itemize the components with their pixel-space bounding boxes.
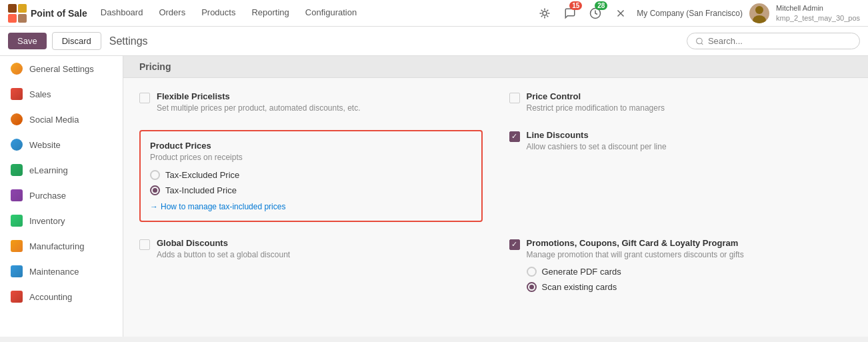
general-settings-icon	[11, 63, 23, 75]
sidebar-label-elearning: eLearning	[29, 165, 68, 175]
nav-dashboard[interactable]: Dashboard	[93, 0, 151, 27]
promotions-setting: Promotions, Coupons, Gift Card & Loyalty…	[509, 238, 853, 293]
product-prices-radio-group: Tax-Excluded Price Tax-Included Price	[150, 170, 472, 195]
user-login: kmp_2_test_may_30_pos	[776, 13, 860, 23]
price-control-setting: Price Control Restrict price modificatio…	[509, 91, 853, 114]
product-prices-desc: Product prices on receipts	[150, 152, 472, 163]
sidebar-label-website: Website	[29, 140, 61, 150]
toolbar: Save Discard Settings	[0, 27, 868, 56]
global-discounts-desc: Adds a button to set a global discount	[157, 249, 483, 261]
sidebar-item-elearning[interactable]: eLearning	[0, 157, 123, 183]
scan-existing-circle	[527, 282, 537, 292]
elearning-icon	[11, 164, 23, 176]
svg-point-4	[543, 11, 547, 15]
flexible-pricelists-checkbox[interactable]	[139, 93, 150, 103]
flexible-pricelists-setting: Flexible Pricelists Set multiple prices …	[139, 91, 483, 114]
tax-link[interactable]: How to manage tax-included prices	[150, 202, 472, 211]
product-prices-box: Product Prices Product prices on receipt…	[139, 130, 483, 222]
line-discounts-text: Line Discounts Allow cashiers to set a d…	[527, 130, 853, 153]
nav-reporting[interactable]: Reporting	[243, 0, 297, 27]
sidebar-label-manufacturing: Manufacturing	[29, 241, 84, 251]
nav-orders[interactable]: Orders	[151, 0, 193, 27]
main-layout: General Settings Sales Social Media Webs…	[0, 56, 868, 337]
inventory-icon	[11, 215, 23, 227]
svg-point-9	[753, 15, 766, 23]
search-icon	[695, 37, 704, 46]
sidebar-label-purchase: Purchase	[29, 191, 66, 201]
sidebar-item-social-media[interactable]: Social Media	[0, 107, 123, 132]
flexible-pricelists-text: Flexible Pricelists Set multiple prices …	[157, 91, 483, 114]
promotions-desc: Manage promotion that will grant custome…	[527, 249, 853, 261]
app-logo-text: Point of Sale	[31, 8, 87, 19]
flexible-pricelists-label: Flexible Pricelists	[157, 91, 483, 101]
svg-rect-1	[18, 4, 27, 13]
scan-existing-radio[interactable]: Scan existing cards	[527, 282, 853, 292]
svg-rect-2	[8, 14, 17, 23]
tax-excluded-label: Tax-Excluded Price	[165, 170, 239, 180]
line-discounts-setting: Line Discounts Allow cashiers to set a d…	[509, 130, 853, 222]
section-header: Pricing	[123, 56, 868, 78]
price-control-desc: Restrict price modification to managers	[527, 103, 853, 114]
flexible-pricelists-desc: Set multiple prices per product, automat…	[157, 103, 483, 114]
nav-configuration[interactable]: Configuration	[297, 0, 365, 27]
sales-icon	[11, 88, 23, 100]
save-button[interactable]: Save	[8, 33, 47, 49]
price-control-text: Price Control Restrict price modificatio…	[527, 91, 853, 114]
promotions-checkbox[interactable]	[509, 239, 520, 250]
promotions-label: Promotions, Coupons, Gift Card & Loyalty…	[527, 238, 853, 248]
accounting-icon	[11, 291, 23, 303]
website-icon	[11, 139, 23, 151]
tax-included-radio-circle	[150, 185, 160, 195]
sidebar-label-inventory: Inventory	[29, 216, 65, 226]
svg-rect-3	[18, 14, 27, 23]
user-avatar[interactable]	[749, 3, 769, 23]
line-discounts-label: Line Discounts	[527, 130, 853, 140]
purchase-icon	[11, 189, 23, 201]
manufacturing-icon	[11, 240, 23, 252]
generate-pdf-circle	[527, 267, 537, 277]
sidebar-label-sales: Sales	[29, 89, 51, 99]
sidebar-item-website[interactable]: Website	[0, 132, 123, 157]
sidebar-item-accounting[interactable]: Accounting	[0, 284, 123, 309]
promotions-radio-group: Generate PDF cards Scan existing cards	[527, 267, 853, 292]
nav-products[interactable]: Products	[193, 0, 243, 27]
global-discounts-setting: Global Discounts Adds a button to set a …	[139, 238, 483, 293]
company-name[interactable]: My Company (San Francisco)	[637, 9, 743, 18]
sidebar-item-maintenance[interactable]: Maintenance	[0, 259, 123, 284]
settings-grid: Flexible Pricelists Set multiple prices …	[123, 78, 868, 305]
tax-included-radio[interactable]: Tax-Included Price	[150, 185, 472, 195]
tax-excluded-radio-circle	[150, 170, 160, 180]
update-icon-btn[interactable]: 28	[586, 4, 605, 23]
nav-right: 15 28 My Company (San Francisco) Mitchel…	[535, 3, 860, 23]
sidebar-item-inventory[interactable]: Inventory	[0, 208, 123, 233]
promotions-text: Promotions, Coupons, Gift Card & Loyalty…	[527, 238, 853, 293]
chat-badge: 15	[569, 1, 582, 10]
line-discounts-checkbox[interactable]	[509, 131, 520, 142]
scan-existing-label: Scan existing cards	[542, 282, 617, 292]
social-media-icon	[11, 113, 23, 125]
global-discounts-text: Global Discounts Adds a button to set a …	[157, 238, 483, 261]
line-discounts-desc: Allow cashiers to set a discount per lin…	[527, 141, 853, 153]
generate-pdf-label: Generate PDF cards	[542, 267, 621, 277]
chat-icon-btn[interactable]: 15	[561, 4, 579, 23]
app-logo[interactable]: Point of Sale	[8, 4, 87, 23]
generate-pdf-radio[interactable]: Generate PDF cards	[527, 267, 853, 277]
user-info: Mitchell Admin kmp_2_test_may_30_pos	[776, 3, 860, 23]
sidebar-item-sales[interactable]: Sales	[0, 81, 123, 107]
discard-button[interactable]: Discard	[52, 32, 101, 50]
price-control-label: Price Control	[527, 91, 853, 101]
sidebar: General Settings Sales Social Media Webs…	[0, 56, 123, 337]
search-input[interactable]	[708, 36, 851, 46]
global-discounts-checkbox[interactable]	[139, 239, 150, 250]
sidebar-item-purchase[interactable]: Purchase	[0, 183, 123, 208]
price-control-checkbox[interactable]	[509, 93, 520, 103]
bug-icon-btn[interactable]	[535, 4, 554, 23]
tax-excluded-radio[interactable]: Tax-Excluded Price	[150, 170, 472, 180]
user-name: Mitchell Admin	[776, 3, 860, 13]
close-icon-btn[interactable]	[611, 4, 630, 23]
sidebar-label-social-media: Social Media	[29, 115, 79, 125]
content-area: Pricing Flexible Pricelists Set multiple…	[123, 56, 868, 337]
top-nav: Point of Sale Dashboard Orders Products …	[0, 0, 868, 27]
sidebar-item-manufacturing[interactable]: Manufacturing	[0, 233, 123, 259]
sidebar-item-general-settings[interactable]: General Settings	[0, 56, 123, 81]
